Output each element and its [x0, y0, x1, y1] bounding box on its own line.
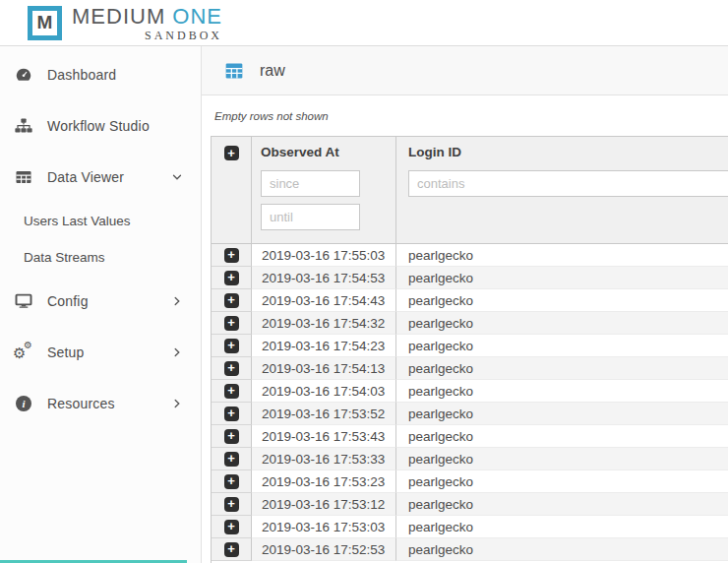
config-icon — [14, 292, 33, 310]
row-observed-at: 2019-03-16 17:53:23 — [252, 470, 396, 493]
plus-icon: + — [227, 497, 235, 510]
sidebar-item-label: Dashboard — [47, 67, 116, 83]
sidebar-item-label: Workflow Studio — [47, 118, 150, 134]
sidebar-item-data-viewer[interactable]: Data Viewer — [0, 152, 201, 203]
row-login-id: pearlgecko — [396, 448, 728, 470]
table-row: + 2019-03-16 17:53:12 pearlgecko — [212, 493, 728, 516]
plus-icon: + — [227, 384, 235, 397]
until-filter-input[interactable] — [261, 204, 360, 230]
chevron-right-icon — [171, 398, 183, 409]
page-title: raw — [260, 62, 285, 80]
row-observed-at: 2019-03-16 17:53:33 — [252, 448, 396, 470]
expand-all-header-cell: + — [212, 137, 252, 243]
expand-row-button[interactable]: + — [224, 497, 239, 512]
expand-row-button[interactable]: + — [224, 542, 239, 557]
plus-icon: + — [227, 429, 235, 442]
table-note-bar: Empty rows not shown — [202, 95, 728, 136]
sidebar: Dashboard Workflow Studio — [0, 46, 202, 563]
plus-icon: + — [227, 474, 235, 487]
row-expand-cell: + — [212, 403, 252, 425]
logo-text: MEDIUM ONE SANDBOX — [72, 4, 222, 42]
sidebar-subitem-label: Users Last Values — [24, 214, 131, 228]
row-observed-at: 2019-03-16 17:54:03 — [252, 380, 396, 403]
sidebar-item-setup[interactable]: ⚙ ⚙ Setup — [0, 327, 201, 378]
sidebar-item-label: Config — [47, 293, 89, 309]
table-row: + 2019-03-16 17:54:53 pearlgecko — [212, 267, 728, 289]
sidebar-item-label: Setup — [47, 344, 85, 360]
chevron-down-icon — [171, 171, 183, 183]
row-observed-at: 2019-03-16 17:55:03 — [252, 244, 396, 267]
dashboard-icon — [14, 66, 33, 84]
row-login-id: pearlgecko — [396, 470, 728, 493]
table-row: + 2019-03-16 17:55:03 pearlgecko — [212, 244, 728, 267]
brand-name-accent: ONE — [172, 4, 222, 29]
row-expand-cell: + — [212, 289, 252, 312]
expand-row-button[interactable]: + — [224, 248, 239, 263]
expand-row-button[interactable]: + — [224, 520, 239, 534]
sidebar-item-config[interactable]: Config — [0, 276, 201, 327]
plus-icon: + — [227, 520, 235, 532]
sidebar-item-resources[interactable]: i Resources — [0, 378, 201, 429]
row-observed-at: 2019-03-16 17:53:43 — [252, 425, 396, 448]
top-header: M MEDIUM ONE SANDBOX — [0, 0, 728, 46]
expand-all-button[interactable]: + — [224, 146, 239, 160]
sidebar-subitem-label: Data Streams — [24, 250, 105, 265]
row-login-id: pearlgecko — [396, 425, 728, 448]
expand-row-button[interactable]: + — [224, 429, 239, 444]
expand-row-button[interactable]: + — [224, 384, 239, 399]
table-row: + 2019-03-16 17:54:23 pearlgecko — [212, 335, 728, 357]
logo-m-icon: M — [28, 6, 62, 40]
sidebar-item-workflow-studio[interactable]: Workflow Studio — [0, 100, 201, 152]
row-login-id: pearlgecko — [396, 244, 728, 267]
expand-row-button[interactable]: + — [224, 316, 239, 331]
row-observed-at: 2019-03-16 17:54:53 — [252, 267, 396, 289]
row-observed-at: 2019-03-16 17:54:23 — [252, 335, 396, 357]
brand-name: MEDIUM ONE — [72, 5, 222, 29]
row-expand-cell: + — [212, 448, 252, 470]
expand-row-button[interactable]: + — [224, 293, 239, 308]
brand-name-primary: MEDIUM — [72, 4, 165, 29]
sidebar-item-label: Data Viewer — [47, 169, 124, 185]
plus-icon: + — [227, 339, 235, 351]
row-expand-cell: + — [212, 493, 252, 516]
info-circle-icon: i — [14, 396, 33, 411]
sidebar-item-data-streams[interactable]: Data Streams — [0, 239, 201, 276]
data-viewer-icon — [14, 168, 33, 186]
row-login-id: pearlgecko — [396, 289, 728, 312]
row-observed-at: 2019-03-16 17:54:13 — [252, 357, 396, 380]
contains-filter-input[interactable] — [408, 170, 728, 197]
row-expand-cell: + — [212, 538, 252, 561]
expand-row-button[interactable]: + — [224, 452, 239, 467]
table-row: + 2019-03-16 17:53:23 pearlgecko — [212, 470, 728, 493]
login-id-header-cell: Login ID — [396, 137, 728, 243]
plus-icon: + — [227, 248, 235, 261]
row-login-id: pearlgecko — [396, 312, 728, 335]
row-login-id: pearlgecko — [396, 403, 728, 425]
row-expand-cell: + — [212, 516, 252, 538]
row-observed-at: 2019-03-16 17:53:12 — [252, 493, 396, 516]
table-header: + Observed At Login ID — [212, 137, 728, 244]
sidebar-item-label: Resources — [47, 396, 115, 411]
expand-row-button[interactable]: + — [224, 474, 239, 489]
data-table: + Observed At Login ID + — [211, 136, 728, 563]
table-row: + 2019-03-16 17:53:03 pearlgecko — [212, 516, 728, 538]
row-login-id: pearlgecko — [396, 357, 728, 380]
since-filter-input[interactable] — [261, 170, 360, 197]
row-login-id: pearlgecko — [396, 335, 728, 357]
row-login-id: pearlgecko — [396, 380, 728, 403]
brand-logo[interactable]: M MEDIUM ONE SANDBOX — [28, 4, 222, 42]
sidebar-item-dashboard[interactable]: Dashboard — [0, 49, 201, 100]
row-login-id: pearlgecko — [396, 538, 728, 561]
expand-row-button[interactable]: + — [224, 339, 239, 353]
expand-row-button[interactable]: + — [224, 407, 239, 421]
expand-row-button[interactable]: + — [224, 271, 239, 285]
row-observed-at: 2019-03-16 17:54:32 — [252, 312, 396, 335]
expand-row-button[interactable]: + — [224, 361, 239, 376]
chevron-right-icon — [171, 295, 183, 307]
plus-icon: + — [227, 271, 235, 283]
row-login-id: pearlgecko — [396, 516, 728, 538]
setup-gears-icon: ⚙ ⚙ — [14, 343, 33, 362]
sidebar-item-users-last-values[interactable]: Users Last Values — [0, 203, 201, 239]
row-observed-at: 2019-03-16 17:54:43 — [252, 289, 396, 312]
row-login-id: pearlgecko — [396, 493, 728, 516]
